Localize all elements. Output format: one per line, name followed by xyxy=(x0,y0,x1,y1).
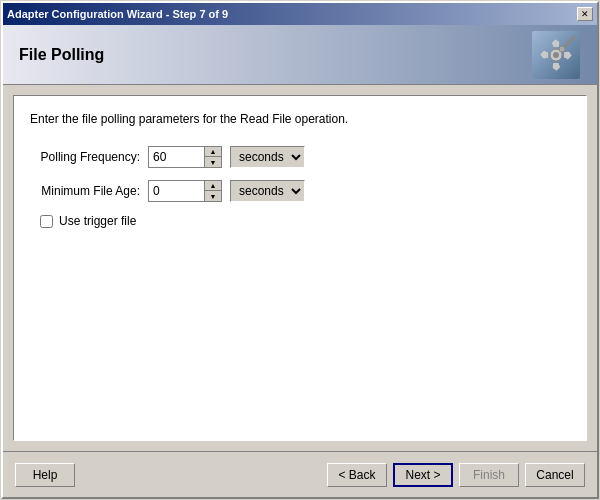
content-area: Enter the file polling parameters for th… xyxy=(3,85,597,451)
finish-button: Finish xyxy=(459,463,519,487)
footer: Help < Back Next > Finish Cancel xyxy=(3,451,597,497)
svg-point-12 xyxy=(559,46,565,52)
polling-frequency-row: Polling Frequency: ▲ ▼ seconds minutes h… xyxy=(30,146,570,168)
polling-frequency-up-button[interactable]: ▲ xyxy=(205,147,221,157)
use-trigger-file-row: Use trigger file xyxy=(40,214,570,228)
page-title: File Polling xyxy=(19,46,104,64)
minimum-file-age-input[interactable] xyxy=(149,181,204,201)
polling-frequency-label: Polling Frequency: xyxy=(30,150,140,164)
window-title: Adapter Configuration Wizard - Step 7 of… xyxy=(7,8,228,20)
next-button[interactable]: Next > xyxy=(393,463,453,487)
wizard-window: Adapter Configuration Wizard - Step 7 of… xyxy=(1,1,599,499)
minimum-file-age-row: Minimum File Age: ▲ ▼ seconds minutes ho… xyxy=(30,180,570,202)
description-text: Enter the file polling parameters for th… xyxy=(30,112,570,126)
title-bar-buttons: ✕ xyxy=(577,7,593,21)
polling-frequency-input[interactable] xyxy=(149,147,204,167)
back-button[interactable]: < Back xyxy=(327,463,387,487)
cancel-button[interactable]: Cancel xyxy=(525,463,585,487)
minimum-file-age-unit-select[interactable]: seconds minutes hours xyxy=(230,180,305,202)
minimum-file-age-label: Minimum File Age: xyxy=(30,184,140,198)
svg-point-2 xyxy=(553,52,559,58)
header-area: File Polling xyxy=(3,25,597,85)
polling-frequency-unit-select[interactable]: seconds minutes hours xyxy=(230,146,305,168)
footer-right: < Back Next > Finish Cancel xyxy=(327,463,585,487)
title-bar: Adapter Configuration Wizard - Step 7 of… xyxy=(3,3,597,25)
header-icon xyxy=(531,30,581,80)
polling-frequency-down-button[interactable]: ▼ xyxy=(205,157,221,167)
polling-frequency-spinner: ▲ ▼ xyxy=(148,146,222,168)
footer-left: Help xyxy=(15,463,75,487)
use-trigger-file-label: Use trigger file xyxy=(59,214,136,228)
use-trigger-file-checkbox[interactable] xyxy=(40,215,53,228)
help-button[interactable]: Help xyxy=(15,463,75,487)
minimum-file-age-up-button[interactable]: ▲ xyxy=(205,181,221,191)
polling-frequency-spinner-buttons: ▲ ▼ xyxy=(204,147,221,167)
minimum-file-age-spinner: ▲ ▼ xyxy=(148,180,222,202)
inner-panel: Enter the file polling parameters for th… xyxy=(13,95,587,441)
minimum-file-age-spinner-buttons: ▲ ▼ xyxy=(204,181,221,201)
minimum-file-age-down-button[interactable]: ▼ xyxy=(205,191,221,201)
gear-icon xyxy=(532,31,580,79)
close-button[interactable]: ✕ xyxy=(577,7,593,21)
